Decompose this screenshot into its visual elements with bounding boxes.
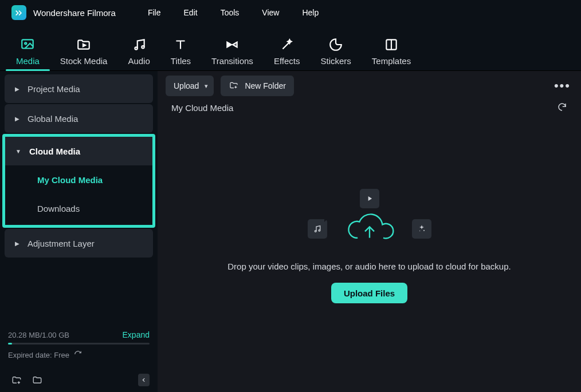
new-folder-icon-button[interactable] (10, 374, 23, 386)
svg-point-3 (135, 47, 137, 49)
folder-icon-button[interactable] (31, 374, 44, 386)
svg-point-11 (419, 230, 420, 231)
menu-help[interactable]: Help (294, 6, 327, 19)
menu-file[interactable]: File (140, 6, 169, 19)
sidebar-item-label: Global Media (28, 114, 78, 124)
tab-stock-media[interactable]: Stock Media (50, 37, 118, 70)
storage-widget: 20.28 MB/1.00 GB Expand Expired date: Fr… (8, 330, 150, 360)
more-button[interactable]: ••• (552, 78, 573, 93)
button-label: Upload (174, 81, 199, 90)
category-tabs: Media Stock Media Audio Titles Transitio… (0, 25, 581, 71)
sticker-icon (328, 37, 344, 53)
app-logo (11, 5, 26, 20)
svg-point-10 (423, 229, 425, 231)
text-icon (172, 37, 189, 53)
tab-label: Stickers (320, 56, 351, 66)
drop-zone[interactable]: Drop your video clips, images, or audio … (158, 118, 581, 392)
panel-header: My Cloud Media (158, 101, 581, 118)
menu-edit[interactable]: Edit (176, 6, 206, 19)
content-toolbar: Upload ▾ New Folder ••• (158, 71, 581, 101)
sidebar-item-adjustment-layer[interactable]: ▶ Adjustment Layer (5, 229, 153, 258)
button-label: New Folder (245, 81, 286, 90)
tab-transitions[interactable]: Transitions (201, 37, 264, 70)
expired-date: Expired date: Free (8, 351, 69, 359)
sidebar-item-my-cloud-media[interactable]: My Cloud Media (5, 165, 152, 194)
layout-icon (383, 37, 399, 53)
chevron-down-icon: ▾ (205, 82, 208, 90)
tab-label: Media (16, 56, 40, 66)
storage-progress (8, 343, 150, 345)
sidebar-item-label: Project Media (28, 84, 80, 94)
svg-point-8 (319, 229, 320, 231)
expand-link[interactable]: Expand (123, 330, 150, 339)
app-title: Wondershare Filmora (33, 8, 116, 18)
sidebar-item-downloads[interactable]: Downloads (5, 194, 152, 223)
upload-files-button[interactable]: Upload Files (331, 283, 407, 303)
sidebar-item-label: Cloud Media (29, 146, 80, 156)
panel-title: My Cloud Media (171, 103, 233, 113)
sidebar-item-label: Adjustment Layer (28, 239, 95, 248)
video-file-icon (360, 189, 379, 208)
tab-effects[interactable]: Effects (264, 37, 311, 70)
chevron-down-icon: ▼ (15, 148, 21, 155)
sidebar-item-global-media[interactable]: ▶ Global Media (5, 104, 153, 133)
sparkle-file-icon (412, 219, 431, 239)
svg-marker-2 (83, 44, 85, 46)
sidebar: ▶ Project Media ▶ Global Media ▼ Cloud M… (0, 71, 158, 392)
collapse-sidebar-button[interactable] (138, 374, 150, 386)
sidebar-item-label: My Cloud Media (37, 175, 103, 185)
tab-titles[interactable]: Titles (160, 37, 201, 70)
svg-point-7 (315, 230, 316, 232)
tab-media[interactable]: Media (6, 37, 50, 70)
sidebar-bottom (2, 368, 155, 389)
tab-label: Stock Media (60, 56, 108, 66)
menu-view[interactable]: View (254, 6, 287, 19)
image-icon (19, 37, 36, 53)
refresh-icon[interactable] (74, 350, 82, 360)
storage-usage: 20.28 MB/1.00 GB (8, 331, 69, 339)
music-icon (131, 37, 147, 53)
content-panel: Upload ▾ New Folder ••• My Cloud Media (158, 71, 581, 392)
folder-icon (76, 37, 92, 53)
drop-text: Drop your video clips, images, or audio … (227, 262, 511, 271)
tab-label: Effects (274, 56, 300, 66)
audio-file-icon (308, 219, 327, 239)
tab-label: Templates (372, 56, 411, 66)
chevron-right-icon: ▶ (15, 240, 19, 247)
tab-label: Titles (171, 56, 191, 66)
tab-audio[interactable]: Audio (117, 37, 160, 70)
menu-tools[interactable]: Tools (213, 6, 248, 19)
svg-point-4 (142, 46, 144, 48)
transition-icon (224, 37, 240, 53)
sidebar-item-cloud-media[interactable]: ▼ Cloud Media (5, 137, 152, 165)
cloud-illustration (308, 207, 431, 250)
wand-icon (279, 37, 295, 53)
chevron-right-icon: ▶ (15, 86, 19, 92)
tab-label: Audio (128, 56, 150, 66)
upload-button[interactable]: Upload ▾ (166, 76, 214, 96)
sidebar-item-label: Downloads (37, 204, 80, 213)
tab-templates[interactable]: Templates (362, 37, 421, 70)
chevron-right-icon: ▶ (15, 116, 19, 122)
svg-marker-9 (368, 196, 371, 201)
title-bar: Wondershare Filmora File Edit Tools View… (0, 0, 581, 25)
svg-point-1 (25, 42, 27, 44)
sidebar-item-project-media[interactable]: ▶ Project Media (5, 74, 153, 103)
cloud-media-highlight: ▼ Cloud Media My Cloud Media Downloads (2, 134, 155, 228)
workspace: ▶ Project Media ▶ Global Media ▼ Cloud M… (0, 71, 581, 392)
tab-label: Transitions (211, 56, 253, 66)
cloud-upload-icon (342, 207, 397, 250)
new-folder-button[interactable]: New Folder (221, 76, 294, 96)
tab-stickers[interactable]: Stickers (310, 37, 361, 70)
folder-plus-icon (229, 81, 239, 92)
refresh-button[interactable] (557, 102, 567, 114)
